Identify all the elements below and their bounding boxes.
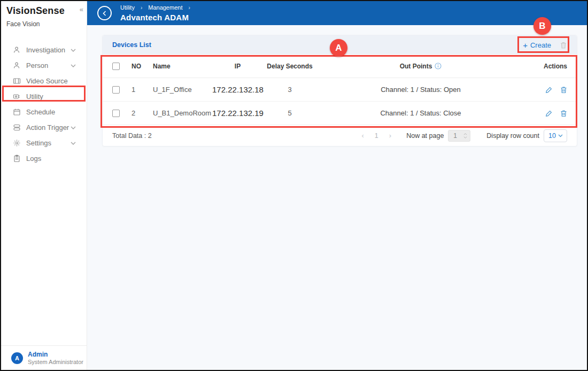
sidebar-item-label: Schedule: [26, 108, 55, 116]
row-checkbox[interactable]: [112, 110, 120, 117]
sidebar-item-label: Investigation: [26, 46, 65, 54]
column-name: Name: [153, 63, 212, 70]
table-footer: Total Data : 2 ‹ 1 › Now at page 1: [103, 125, 577, 146]
table-row: 1 U_1F_Office 172.22.132.18 3 Channel: 1…: [103, 78, 577, 102]
chevron-left-icon: [102, 11, 107, 16]
user-info: Admin System Administrator: [28, 351, 83, 365]
cell-delay: 3: [263, 86, 316, 94]
sidebar-item-investigation[interactable]: Investigation: [1, 42, 87, 58]
page-input-value: 1: [453, 132, 463, 140]
column-no: NO: [131, 63, 153, 70]
sidebar-nav: Investigation Person Video Source: [1, 42, 87, 345]
info-icon[interactable]: [435, 63, 442, 69]
next-page-icon[interactable]: ›: [389, 132, 391, 140]
sidebar-item-action-trigger[interactable]: Action Trigger: [1, 120, 87, 135]
sidebar-item-person[interactable]: Person: [1, 58, 87, 73]
column-out-points: Out Points: [316, 63, 525, 70]
breadcrumb: Utility › Management ›: [120, 4, 190, 11]
sidebar-item-label: Settings: [26, 139, 51, 147]
column-actions: Actions: [525, 63, 567, 70]
video-icon: [13, 77, 21, 85]
create-button[interactable]: + Create: [523, 41, 551, 49]
sidebar-item-video-source[interactable]: Video Source: [1, 73, 87, 89]
utility-icon: [13, 92, 21, 101]
sidebar-item-schedule[interactable]: Schedule: [1, 104, 87, 120]
pagination-controls: ‹ 1 › Now at page 1: [362, 129, 567, 142]
clipboard-icon: [13, 154, 21, 163]
chevron-down-icon: [558, 134, 563, 137]
page-number[interactable]: 1: [375, 132, 378, 140]
row-checkbox[interactable]: [112, 86, 120, 94]
cell-actions: [525, 86, 567, 94]
cell-ip: 172.22.132.18: [212, 85, 263, 94]
sidebar-item-label: Utility: [26, 92, 43, 101]
cell-no: 1: [131, 86, 153, 94]
sidebar-item-label: Person: [26, 61, 48, 69]
chevron-down-icon: [71, 142, 76, 145]
page-header: Utility › Management › Advantech ADAM: [87, 1, 588, 25]
row-count-select[interactable]: 10: [544, 129, 567, 142]
cell-out-points: Channel: 1 / Status: Close: [316, 109, 525, 117]
breadcrumb-separator-icon: ›: [188, 5, 190, 11]
page-number-input[interactable]: 1: [448, 130, 470, 142]
sidebar: VisionSense Face Vision « Investigation …: [1, 1, 87, 370]
sidebar-item-label: Video Source: [26, 77, 68, 85]
prev-page-icon[interactable]: ‹: [362, 132, 364, 140]
cell-delay: 5: [263, 109, 316, 117]
chevron-down-icon: [71, 49, 76, 52]
devices-table: NO Name IP Delay Seconds Out Points Acti…: [103, 55, 577, 146]
column-ip: IP: [212, 63, 263, 70]
user-account[interactable]: A Admin System Administrator: [1, 345, 87, 370]
avatar: A: [11, 352, 23, 364]
user-name: Admin: [28, 351, 83, 358]
bulk-delete-icon[interactable]: [560, 41, 567, 49]
cell-out-points: Channel: 1 / Status: Open: [316, 86, 525, 94]
person-search-icon: [13, 46, 21, 54]
spinner-arrows-icon[interactable]: [463, 133, 467, 138]
panel-title: Devices List: [112, 41, 151, 49]
edit-icon[interactable]: [545, 110, 553, 117]
column-delay: Delay Seconds: [263, 63, 316, 70]
main-area: Utility › Management › Advantech ADAM De…: [87, 1, 588, 370]
breadcrumb-utility[interactable]: Utility: [120, 4, 135, 11]
plus-icon: +: [523, 42, 528, 49]
now-at-page-label: Now at page: [406, 132, 444, 140]
sidebar-collapse-icon[interactable]: «: [80, 5, 83, 13]
devices-panel: Devices List + Create NO: [102, 35, 577, 146]
breadcrumb-management[interactable]: Management: [148, 4, 182, 11]
sidebar-item-settings[interactable]: Settings: [1, 135, 87, 151]
sidebar-item-logs[interactable]: Logs: [1, 151, 87, 166]
panel-actions: + Create: [523, 41, 567, 49]
cell-ip: 172.22.132.19: [212, 109, 263, 118]
table-header-row: NO Name IP Delay Seconds Out Points Acti…: [103, 55, 577, 78]
edit-icon[interactable]: [545, 86, 553, 94]
content-area: Devices List + Create NO: [87, 25, 588, 370]
calendar-icon: [13, 108, 21, 116]
cell-actions: [525, 110, 567, 117]
app-window: VisionSense Face Vision « Investigation …: [0, 0, 588, 371]
user-role: System Administrator: [28, 359, 83, 365]
app-subtitle: Face Vision: [6, 20, 82, 28]
display-row-count-label: Display row count: [486, 132, 539, 140]
gear-icon: [13, 139, 21, 147]
breadcrumb-separator-icon: ›: [141, 5, 142, 11]
row-count-value: 10: [548, 132, 556, 140]
column-out-points-label: Out Points: [400, 63, 432, 70]
app-logo-text: VisionSense: [6, 5, 82, 17]
sidebar-item-label: Action Trigger: [26, 123, 69, 132]
cell-name: U_1F_Office: [153, 86, 212, 94]
table-row: 2 U_B1_DemoRoom 172.22.132.19 5 Channel:…: [103, 102, 577, 125]
sidebar-item-utility[interactable]: Utility: [1, 89, 87, 104]
back-button[interactable]: [97, 6, 112, 20]
select-all-checkbox[interactable]: [112, 63, 120, 70]
layers-icon: [13, 123, 21, 132]
page-title: Advantech ADAM: [120, 13, 190, 22]
pager: ‹ 1 ›: [362, 132, 392, 140]
delete-icon[interactable]: [560, 86, 567, 94]
person-search-icon: [13, 61, 21, 69]
chevron-down-icon: [71, 64, 76, 67]
chevron-down-icon: [71, 126, 76, 129]
cell-name: U_B1_DemoRoom: [153, 109, 212, 117]
brand-block: VisionSense Face Vision «: [1, 1, 87, 28]
delete-icon[interactable]: [560, 110, 567, 117]
